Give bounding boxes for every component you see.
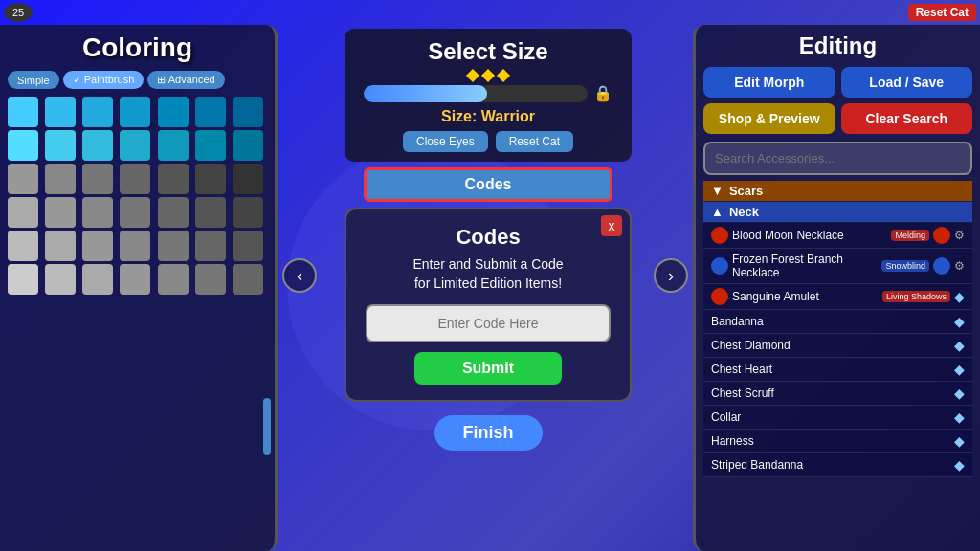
color-swatch[interactable]: [120, 264, 150, 295]
section-scars[interactable]: ▼ Scars: [703, 181, 972, 201]
select-size-box: Select Size 🔒 Size: Warrior Close Eyes R…: [345, 29, 632, 162]
item-name: Collar: [711, 410, 954, 424]
list-item[interactable]: Chest Scruff ◆: [703, 382, 972, 406]
color-swatch[interactable]: [233, 231, 263, 261]
color-swatch[interactable]: [82, 231, 113, 261]
scroll-handle[interactable]: [263, 398, 271, 455]
item-diamond: ◆: [954, 409, 965, 425]
color-swatch[interactable]: [158, 164, 189, 194]
list-item[interactable]: Chest Heart ◆: [703, 358, 972, 382]
close-eyes-button[interactable]: Close Eyes: [403, 131, 488, 152]
color-swatch[interactable]: [82, 197, 113, 228]
list-item[interactable]: Bandanna ◆: [703, 310, 972, 334]
color-swatch[interactable]: [120, 97, 150, 127]
size-dots: [364, 71, 612, 80]
list-item[interactable]: Collar ◆: [703, 406, 972, 430]
color-swatch[interactable]: [45, 130, 76, 161]
reset-cat-button[interactable]: Reset Cat: [908, 4, 976, 21]
item-name: Chest Scruff: [711, 386, 954, 400]
color-grid: [8, 97, 267, 295]
color-swatch[interactable]: [45, 264, 76, 295]
color-swatch[interactable]: [233, 264, 263, 295]
color-swatch[interactable]: [158, 130, 189, 161]
codes-modal: x Codes Enter and Submit a Codefor Limit…: [345, 208, 632, 402]
size-bar[interactable]: [364, 85, 588, 102]
item-setting: ⚙: [954, 259, 965, 273]
codes-button[interactable]: Codes: [364, 167, 612, 202]
color-swatch[interactable]: [233, 130, 263, 161]
modal-close-button[interactable]: x: [601, 215, 622, 236]
load-save-button[interactable]: Load / Save: [841, 67, 973, 98]
color-swatch[interactable]: [8, 164, 38, 194]
color-swatch[interactable]: [82, 264, 113, 295]
size-bar-container: 🔒: [364, 84, 612, 102]
search-accessories-input[interactable]: [703, 142, 972, 175]
color-swatch[interactable]: [8, 197, 38, 228]
submit-button[interactable]: Submit: [414, 352, 562, 385]
color-swatch[interactable]: [45, 231, 76, 261]
item-diamond: ◆: [954, 289, 965, 304]
finish-button[interactable]: Finish: [434, 415, 543, 451]
color-swatch[interactable]: [195, 130, 226, 161]
item-badge: Melding: [891, 230, 929, 241]
list-item[interactable]: Blood Moon Necklace Melding ⚙: [703, 223, 972, 249]
modal-title: Codes: [366, 225, 611, 250]
tab-advanced[interactable]: ⊞ Advanced: [147, 71, 224, 89]
color-swatch[interactable]: [45, 97, 76, 127]
code-input[interactable]: [366, 304, 611, 342]
color-swatch[interactable]: [120, 231, 150, 261]
color-swatch[interactable]: [233, 164, 263, 194]
shop-preview-button[interactable]: Shop & Preview: [703, 103, 835, 134]
neck-arrow: ▲: [711, 205, 724, 219]
color-swatch[interactable]: [45, 164, 76, 194]
color-swatch[interactable]: [82, 130, 113, 161]
color-swatch[interactable]: [195, 197, 226, 228]
color-swatch[interactable]: [233, 197, 263, 228]
item-badge-icon: [933, 227, 950, 244]
color-swatch[interactable]: [8, 130, 38, 161]
coloring-panel: Coloring Simple ✓ Paintbrush ⊞ Advanced: [0, 25, 278, 551]
size-label: Size: Warrior: [364, 108, 612, 125]
section-neck[interactable]: ▲ Neck: [703, 202, 972, 222]
item-diamond: ◆: [954, 314, 965, 329]
coloring-title: Coloring: [8, 33, 267, 63]
color-swatch[interactable]: [120, 197, 150, 228]
size-action-buttons: Close Eyes Reset Cat: [364, 131, 612, 152]
list-item[interactable]: Sanguine Amulet Living Shadows ◆: [703, 284, 972, 310]
color-swatch[interactable]: [158, 197, 189, 228]
color-swatch[interactable]: [158, 231, 189, 261]
list-item[interactable]: Chest Diamond ◆: [703, 334, 972, 358]
color-swatch[interactable]: [195, 164, 226, 194]
item-setting: ⚙: [954, 229, 965, 242]
color-swatch[interactable]: [158, 97, 189, 127]
color-swatch[interactable]: [82, 164, 113, 194]
color-swatch[interactable]: [195, 264, 226, 295]
item-diamond: ◆: [954, 457, 965, 473]
color-swatch[interactable]: [120, 164, 150, 194]
neck-label: Neck: [729, 205, 759, 219]
color-swatch[interactable]: [158, 264, 189, 295]
color-swatch[interactable]: [195, 97, 226, 127]
color-swatch[interactable]: [8, 97, 38, 127]
list-item[interactable]: Striped Bandanna ◆: [703, 453, 972, 477]
clear-search-button[interactable]: Clear Search: [841, 103, 973, 134]
tab-paintbrush[interactable]: ✓ Paintbrush: [63, 71, 145, 89]
color-swatch[interactable]: [82, 97, 113, 127]
tab-simple[interactable]: Simple: [8, 71, 59, 89]
item-name: Blood Moon Necklace: [732, 229, 891, 242]
color-swatch[interactable]: [233, 97, 263, 127]
color-swatch[interactable]: [8, 231, 38, 261]
item-icon: [711, 257, 728, 275]
item-diamond: ◆: [954, 362, 965, 377]
color-swatch[interactable]: [8, 264, 38, 295]
center-panel: Select Size 🔒 Size: Warrior Close Eyes R…: [306, 25, 670, 551]
color-swatch[interactable]: [45, 197, 76, 228]
color-swatch[interactable]: [195, 231, 226, 261]
list-item[interactable]: Frozen Forest BranchNecklace Snowblind ⚙: [703, 249, 972, 284]
list-item[interactable]: Harness ◆: [703, 430, 972, 453]
reset-cat-center-button[interactable]: Reset Cat: [496, 131, 573, 152]
color-swatch[interactable]: [120, 130, 150, 161]
edit-morph-button[interactable]: Edit Morph: [703, 67, 835, 98]
coloring-tabs: Simple ✓ Paintbrush ⊞ Advanced: [8, 71, 267, 89]
item-name: Chest Diamond: [711, 339, 954, 352]
